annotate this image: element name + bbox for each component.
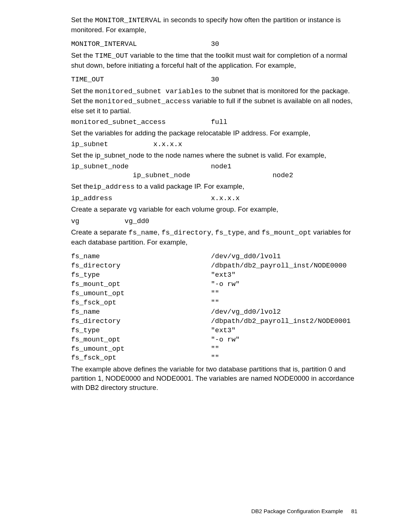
text: Set the — [71, 87, 95, 95]
paragraph-ip-subnet-node: Set the ip_subnet_node to the node names… — [71, 151, 357, 160]
code-inline: vg — [129, 206, 137, 214]
paragraph-ip-address-set: Set theip_address to a valid package IP.… — [71, 182, 357, 192]
page-footer: DB2 Package Configuration Example 81 — [251, 508, 358, 514]
paragraph-ip-address: Set the variables for adding the package… — [71, 129, 357, 138]
code-inline: ip_address — [93, 183, 134, 191]
text: , — [157, 228, 161, 236]
text: Create a separate — [71, 205, 129, 213]
code-block-ip-subnet-node: ip_subnet_node node1 ip_subnet_node node… — [71, 162, 357, 180]
paragraph-monitor-interval: Set the MONITOR_INTERVAL in seconds to s… — [71, 16, 357, 35]
text: , — [211, 228, 215, 236]
code-inline: TIME_OUT — [95, 52, 129, 60]
paragraph-monitored-subnet: Set the monitored_subnet variables to th… — [71, 87, 357, 116]
footer-page-number: 81 — [351, 508, 357, 514]
code-block-timeout: TIME_OUT 30 — [71, 75, 357, 85]
code-block-monitored-subnet: monitored_subnet_access full — [71, 118, 357, 127]
code-inline: MONITOR_INTERVAL — [95, 17, 161, 24]
text: Create a separate — [71, 228, 129, 236]
text: Set the — [71, 51, 95, 59]
code-inline: fs_type — [215, 229, 244, 237]
page-content: Set the MONITOR_INTERVAL in seconds to s… — [0, 0, 400, 393]
text: Set the — [71, 16, 95, 24]
paragraph-timeout: Set the TIME_OUT variable to the time th… — [71, 51, 357, 70]
text: to a valid package IP. For example, — [134, 182, 244, 190]
code-block-ip-address: ip_address x.x.x.x — [71, 194, 357, 203]
code-block-vg: vg vg_dd0 — [71, 217, 357, 226]
code-inline: monitored_subnet_access — [95, 98, 191, 105]
code-block-fs: fs_name /dev/vg_dd0/lvol1 fs_directory /… — [71, 252, 357, 363]
text: , and — [244, 228, 261, 236]
paragraph-vg: Create a separate vg variable for each v… — [71, 205, 357, 215]
paragraph-fs: Create a separate fs_name, fs_directory,… — [71, 228, 357, 247]
code-inline: monitored_subnet variables — [95, 88, 203, 95]
text: Set the — [71, 182, 93, 190]
code-inline: fs_directory — [161, 229, 211, 237]
footer-title: DB2 Package Configuration Example — [251, 508, 343, 514]
code-block-monitor-interval: MONITOR_INTERVAL 30 — [71, 40, 357, 49]
paragraph-example-note: The example above defines the variable f… — [71, 365, 357, 393]
text: variable for each volume group. For exam… — [137, 205, 278, 213]
code-block-ip-subnet: ip_subnet x.x.x.x — [71, 140, 357, 149]
code-inline: fs_name — [129, 229, 157, 237]
code-inline: fs_mount_opt — [261, 229, 311, 237]
